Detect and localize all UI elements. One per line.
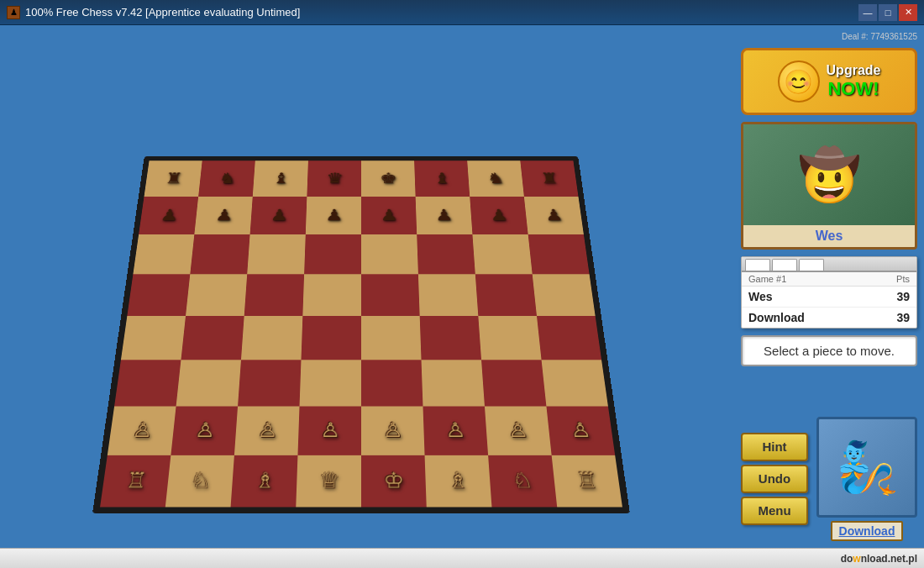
cell-4-1[interactable] [181,316,244,360]
cell-1-6[interactable]: ♟ [470,197,528,234]
cell-7-5[interactable]: ♗ [425,455,492,508]
chess-piece: ♖ [124,471,148,492]
cell-1-2[interactable]: ♟ [250,197,307,234]
app-icon: ♟ [7,6,20,19]
cell-2-5[interactable] [417,234,475,274]
cell-7-7[interactable]: ♖ [552,455,622,508]
cell-1-1[interactable]: ♟ [194,197,252,234]
cell-5-3[interactable] [300,360,361,406]
cell-3-7[interactable] [533,274,596,316]
cell-4-5[interactable] [420,316,481,360]
window-title: 100% Free Chess v7.42 [Apprentice evalua… [25,6,300,18]
minimize-button[interactable]: — [858,4,877,21]
cell-0-4[interactable]: ♚ [361,160,416,197]
cell-2-0[interactable] [133,234,194,274]
window-controls: — □ ✕ [858,4,917,21]
close-button[interactable]: ✕ [899,4,917,21]
cell-0-5[interactable]: ♝ [414,160,470,197]
cell-5-6[interactable] [481,360,546,406]
status-bar: download.net.pl [0,548,924,568]
cell-4-6[interactable] [478,316,541,360]
cell-0-6[interactable]: ♞ [467,160,524,197]
cell-7-2[interactable]: ♗ [231,455,298,508]
cell-4-0[interactable] [121,316,186,360]
cell-1-4[interactable]: ♟ [361,197,417,234]
chess-piece: ♙ [444,420,465,440]
cell-2-7[interactable] [528,234,590,274]
download-label[interactable]: Download [831,521,904,541]
chess-piece: ♘ [189,471,212,492]
cell-2-1[interactable] [190,234,249,274]
cell-6-4[interactable]: ♙ [361,407,425,455]
cell-3-5[interactable] [418,274,478,316]
cell-6-3[interactable]: ♙ [297,407,361,455]
action-buttons: Hint Undo Menu [741,433,808,525]
cell-3-2[interactable] [244,274,304,316]
menu-button[interactable]: Menu [741,497,808,525]
chess-piece: ♙ [257,420,278,440]
maximize-button[interactable]: □ [879,4,897,21]
cell-5-5[interactable] [422,360,485,406]
cell-6-6[interactable]: ♙ [485,407,552,455]
chess-piece: ♙ [382,420,402,440]
main-content: ♜♞♝♛♚♝♞♜♟♟♟♟♟♟♟♟♙♙♙♙♙♙♙♙♖♘♗♕♔♗♘♖ Deal #:… [0,25,924,548]
undo-button[interactable]: Undo [741,465,808,493]
cell-3-1[interactable] [186,274,247,316]
cell-5-7[interactable] [542,360,608,406]
player-avatar: 🧞 [816,417,917,518]
cell-4-3[interactable] [301,316,361,360]
cell-5-1[interactable] [176,360,241,406]
title-bar-left: ♟ 100% Free Chess v7.42 [Apprentice eval… [7,6,300,19]
chess-piece: ♟ [543,208,563,224]
upgrade-banner[interactable]: 😊 Upgrade NOW! [741,48,917,115]
cell-7-1[interactable]: ♘ [165,455,234,508]
cell-3-6[interactable] [475,274,537,316]
chess-piece: ♟ [214,208,234,224]
hint-button[interactable]: Hint [741,433,808,461]
cell-4-4[interactable] [361,316,422,360]
title-bar: ♟ 100% Free Chess v7.42 [Apprentice eval… [0,0,924,25]
cell-3-0[interactable] [127,274,190,316]
cell-7-6[interactable]: ♘ [488,455,557,508]
cell-2-3[interactable] [304,234,361,274]
chess-piece: ♝ [271,171,289,187]
cell-0-2[interactable]: ♝ [253,160,308,197]
cell-2-4[interactable] [361,234,418,274]
score-tab-2 [772,259,797,271]
score-name-wes: Wes [748,290,773,303]
cell-5-4[interactable] [361,360,423,406]
cell-1-0[interactable]: ♟ [139,197,198,234]
cell-1-3[interactable]: ♟ [306,197,361,234]
cell-6-2[interactable]: ♙ [234,407,300,455]
cell-6-7[interactable]: ♙ [546,407,615,455]
cell-2-6[interactable] [472,234,532,274]
cell-3-3[interactable] [302,274,361,316]
cell-0-7[interactable]: ♜ [520,160,578,197]
chess-piece: ♜ [539,171,559,187]
cell-1-5[interactable]: ♟ [416,197,473,234]
cell-7-0[interactable]: ♖ [100,455,171,508]
chess-piece: ♛ [326,171,344,187]
cell-4-7[interactable] [537,316,601,360]
cell-7-4[interactable]: ♔ [361,455,427,508]
cell-0-1[interactable]: ♞ [198,160,255,197]
cell-4-2[interactable] [241,316,302,360]
cell-5-0[interactable] [114,360,181,406]
cell-5-2[interactable] [238,360,301,406]
cell-0-3[interactable]: ♛ [307,160,361,197]
chess-piece: ♙ [194,420,216,440]
chess-piece: ♟ [270,208,288,224]
opponent-avatar: 🤠 Wes [741,122,917,250]
cell-6-1[interactable]: ♙ [171,407,238,455]
cell-6-0[interactable]: ♙ [108,407,176,455]
cell-2-2[interactable] [247,234,306,274]
cell-7-3[interactable]: ♕ [296,455,361,508]
cell-1-7[interactable]: ♟ [524,197,584,234]
cell-6-5[interactable]: ♙ [423,407,488,455]
chess-piece: ♟ [325,208,343,224]
chess-area: ♜♞♝♛♚♝♞♜♟♟♟♟♟♟♟♟♙♙♙♙♙♙♙♙♖♘♗♕♔♗♘♖ [7,32,732,541]
smiley-icon: 😊 [778,60,820,103]
chess-board[interactable]: ♜♞♝♛♚♝♞♜♟♟♟♟♟♟♟♟♙♙♙♙♙♙♙♙♖♘♗♕♔♗♘♖ [92,156,630,513]
cell-0-0[interactable]: ♜ [144,160,202,197]
cell-3-4[interactable] [361,274,420,316]
